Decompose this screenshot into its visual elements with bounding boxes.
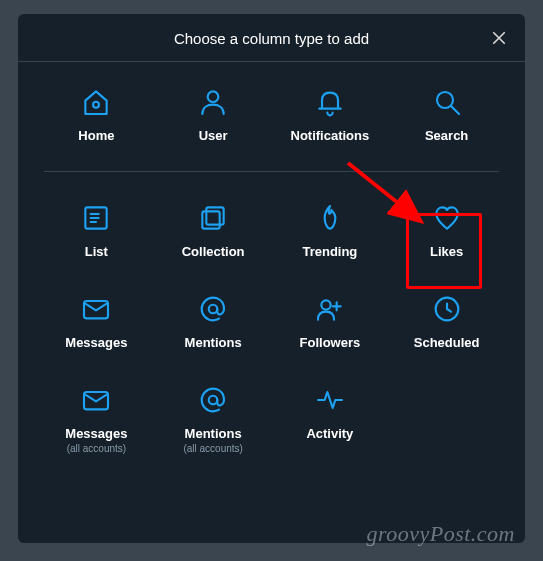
modal-title: Choose a column type to add: [174, 30, 369, 47]
option-mentions-all[interactable]: Mentions (all accounts): [161, 382, 266, 454]
bell-icon: [312, 84, 348, 120]
pulse-icon: [312, 382, 348, 418]
option-user[interactable]: User: [161, 84, 266, 143]
option-notifications[interactable]: Notifications: [278, 84, 383, 143]
option-label: Notifications: [291, 128, 370, 143]
option-list[interactable]: List: [44, 200, 149, 259]
clock-icon: [429, 291, 465, 327]
option-home[interactable]: Home: [44, 84, 149, 143]
envelope-icon: [78, 382, 114, 418]
search-icon: [429, 84, 465, 120]
followers-icon: [312, 291, 348, 327]
collection-icon: [195, 200, 231, 236]
option-label: List: [85, 244, 108, 259]
envelope-icon: [78, 291, 114, 327]
svg-point-8: [321, 300, 330, 309]
svg-point-0: [93, 102, 99, 108]
at-icon: [195, 291, 231, 327]
option-label: Collection: [182, 244, 245, 259]
option-activity[interactable]: Activity: [278, 382, 383, 454]
option-label: Mentions: [185, 426, 242, 441]
heart-icon: [429, 200, 465, 236]
column-chooser-modal: Choose a column type to add Home User: [18, 14, 525, 543]
close-icon: [490, 29, 508, 47]
option-trending[interactable]: Trending: [278, 200, 383, 259]
option-label: Messages: [65, 426, 127, 441]
option-label: User: [199, 128, 228, 143]
flame-icon: [312, 200, 348, 236]
modal-content: Home User Notifications Search: [18, 62, 525, 464]
close-button[interactable]: [487, 26, 511, 50]
svg-point-11: [209, 396, 218, 405]
svg-rect-5: [202, 211, 219, 228]
option-search[interactable]: Search: [394, 84, 499, 143]
svg-point-1: [208, 91, 219, 102]
option-label: Home: [78, 128, 114, 143]
option-messages[interactable]: Messages: [44, 291, 149, 350]
at-icon: [195, 382, 231, 418]
user-icon: [195, 84, 231, 120]
option-label: Trending: [302, 244, 357, 259]
option-label: Search: [425, 128, 468, 143]
option-sublabel: (all accounts): [67, 443, 126, 454]
secondary-options-grid: List Collection Trending Likes: [44, 200, 499, 454]
option-messages-all[interactable]: Messages (all accounts): [44, 382, 149, 454]
option-label: Likes: [430, 244, 463, 259]
option-scheduled[interactable]: Scheduled: [394, 291, 499, 350]
option-label: Activity: [306, 426, 353, 441]
option-likes[interactable]: Likes: [394, 200, 499, 259]
option-collection[interactable]: Collection: [161, 200, 266, 259]
list-icon: [78, 200, 114, 236]
modal-header: Choose a column type to add: [18, 14, 525, 62]
option-label: Mentions: [185, 335, 242, 350]
option-sublabel: (all accounts): [183, 443, 242, 454]
primary-options-row: Home User Notifications Search: [44, 84, 499, 172]
option-mentions[interactable]: Mentions: [161, 291, 266, 350]
svg-point-7: [209, 305, 218, 314]
option-label: Followers: [300, 335, 361, 350]
svg-rect-4: [206, 207, 223, 224]
home-icon: [78, 84, 114, 120]
option-followers[interactable]: Followers: [278, 291, 383, 350]
option-label: Messages: [65, 335, 127, 350]
option-label: Scheduled: [414, 335, 480, 350]
